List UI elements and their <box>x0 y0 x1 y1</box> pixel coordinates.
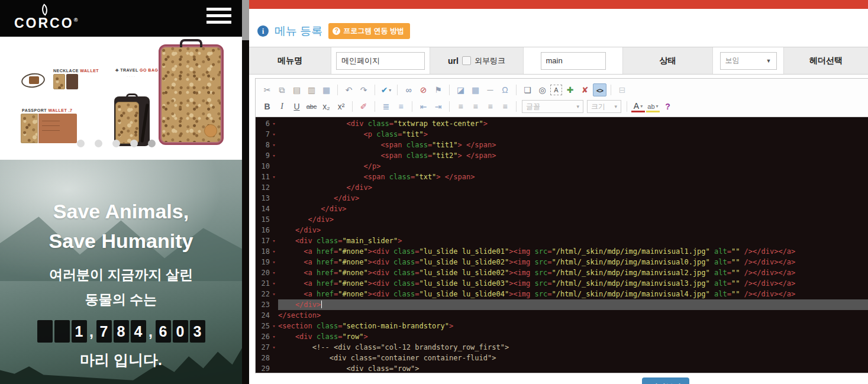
fold-arrow-icon[interactable]: ▾ <box>270 129 278 140</box>
outdent-icon[interactable]: ⇤ <box>417 100 430 113</box>
maximize-icon[interactable]: ❏ <box>521 83 534 96</box>
slider-dot[interactable] <box>77 140 85 147</box>
code-line-20[interactable]: 20▾ <a href="#none"><div class="lu_slide… <box>256 267 868 278</box>
paste-word-icon[interactable]: ▦ <box>320 83 333 96</box>
bold-icon[interactable]: B <box>260 100 274 113</box>
fold-arrow-icon[interactable]: ▾ <box>270 172 278 182</box>
indent-icon[interactable]: ⇥ <box>431 100 445 113</box>
slider-dot[interactable] <box>95 140 102 147</box>
code-line-9[interactable]: 9▾ <span class="tit2"> </span> <box>256 150 868 161</box>
italic-icon[interactable]: I <box>275 100 289 113</box>
remove-comment-icon[interactable]: ✘ <box>578 83 592 96</box>
image-icon[interactable]: ◪ <box>454 83 467 96</box>
strikethrough-icon[interactable]: abc <box>305 100 318 113</box>
code-line-7[interactable]: 7▾ <p class="tit"> <box>256 129 868 140</box>
code-line-27[interactable]: 27▾ <!-- <div class="col-12 brandstory_r… <box>256 342 868 353</box>
align-left-icon[interactable]: ≡ <box>454 100 467 113</box>
code-line-21[interactable]: 21▾ <a href="#none"><div class="lu_slide… <box>256 278 868 289</box>
align-right-icon[interactable]: ≡ <box>483 100 497 113</box>
code-line-22[interactable]: 22▾ <a href="#none"><div class="lu_slide… <box>256 289 868 299</box>
table-icon[interactable]: ▦ <box>469 83 482 96</box>
code-line-11[interactable]: 11▾ <span class="txt"> </span> <box>256 172 868 182</box>
align-justify-icon[interactable]: ≡ <box>498 100 512 113</box>
slider-dot[interactable] <box>112 140 120 147</box>
program-link-help-button[interactable]: ? 프로그램 연동 방법 <box>328 23 410 39</box>
text-cursor <box>321 301 322 308</box>
undo-icon[interactable]: ↶ <box>342 83 356 96</box>
superscript-icon[interactable]: x² <box>334 100 348 113</box>
spellcheck-icon[interactable]: ✔ <box>379 83 393 96</box>
special-char-icon[interactable]: Ω <box>498 83 512 96</box>
code-line-24[interactable]: 24</section> <box>256 310 868 321</box>
size-dropdown[interactable]: 크기▾ <box>587 100 621 113</box>
redo-icon[interactable]: ↷ <box>357 83 370 96</box>
code-line-28[interactable]: 28 <div class="container container-fluid… <box>256 353 868 363</box>
align-center-icon[interactable]: ≡ <box>469 100 482 113</box>
fold-arrow-icon[interactable]: ▾ <box>270 278 278 289</box>
code-line-16[interactable]: 16 </div> <box>256 225 868 235</box>
font-dropdown[interactable]: 글꼴▾ <box>522 100 583 113</box>
fold-arrow-icon[interactable]: ▾ <box>270 140 278 150</box>
fold-arrow-icon[interactable]: ▾ <box>270 150 278 161</box>
corco-logo[interactable]: CORCO® <box>14 2 85 34</box>
slider-dot[interactable] <box>130 140 138 147</box>
code-line-10[interactable]: 10 </p> <box>256 161 868 172</box>
copy-icon[interactable]: ⧉ <box>275 83 289 96</box>
code-line-25[interactable]: 25▾<section class="section-main-brandsto… <box>256 321 868 331</box>
fold-arrow-icon[interactable]: ▾ <box>270 321 278 331</box>
fold-arrow-icon[interactable]: ▾ <box>270 342 278 353</box>
code-line-29[interactable]: 29 <div class="row"> <box>256 363 868 373</box>
slider-dot[interactable] <box>148 140 156 147</box>
about-icon[interactable]: ? <box>661 100 675 113</box>
insert-comment-icon[interactable]: ✚ <box>563 83 577 96</box>
url-input[interactable] <box>541 52 606 70</box>
fold-arrow-icon[interactable]: ▾ <box>270 289 278 299</box>
code-line-23[interactable]: 23 </div> <box>256 299 868 310</box>
horizontal-line-icon[interactable]: ─ <box>483 83 497 96</box>
code-line-17[interactable]: 17▾ <div class="main_slider"> <box>256 235 868 246</box>
code-line-8[interactable]: 8▾ <span class="tit1"> </span> <box>256 140 868 150</box>
code-line-18[interactable]: 18▾ <a href="#none"><div class="lu_slide… <box>256 246 868 257</box>
travel-go-bag-label: ♣ TRAVEL GO BAG <box>115 67 158 73</box>
code-line-12[interactable]: 12 </div> <box>256 182 868 193</box>
code-line-19[interactable]: 19▾ <a href="#none"><div class="lu_slide… <box>256 257 868 267</box>
paste-text-icon[interactable]: ▥ <box>305 83 318 96</box>
fold-arrow-icon[interactable]: ▾ <box>270 331 278 342</box>
find-icon[interactable]: ◎ <box>535 83 549 96</box>
subscript-icon[interactable]: x₂ <box>320 100 333 113</box>
remove-format-icon[interactable]: ✐ <box>357 100 370 113</box>
numbered-list-icon[interactable]: ≣ <box>379 100 393 113</box>
scrollbar-thumb[interactable] <box>242 0 249 40</box>
code-line-26[interactable]: 26▾ <div class="row"> <box>256 331 868 342</box>
source-button[interactable]: <> <box>593 83 606 96</box>
print-icon[interactable]: ⊟ <box>615 83 629 96</box>
preview-scrollbar[interactable] <box>242 0 249 384</box>
fold-arrow-icon[interactable]: ▾ <box>270 246 278 257</box>
cut-icon[interactable]: ✂ <box>260 83 274 96</box>
toolbar-separator <box>449 101 450 112</box>
paste-icon[interactable]: ▤ <box>290 83 304 96</box>
product-slider[interactable]: NECKLACE WALLET PASSPORT WALLET .7 ♣ TRA… <box>0 37 242 160</box>
select-all-icon[interactable]: A <box>550 85 562 95</box>
code-area[interactable]: 6▾ <div class="txtwrap text-center">7▾ <… <box>256 117 868 373</box>
link-icon[interactable]: ∞ <box>402 83 415 96</box>
anchor-icon[interactable]: ⚑ <box>431 83 445 96</box>
fold-arrow-icon[interactable]: ▾ <box>270 235 278 246</box>
bullet-list-icon[interactable]: ≡ <box>394 100 408 113</box>
menu-icon[interactable] <box>206 8 231 29</box>
code-line-15[interactable]: 15 </div> <box>256 214 868 225</box>
underline-icon[interactable]: U <box>290 100 304 113</box>
code-line-13[interactable]: 13 </div> <box>256 193 868 204</box>
text-color-icon[interactable]: A <box>631 101 645 112</box>
highlight-color-icon[interactable]: ab <box>646 101 660 112</box>
external-link-checkbox[interactable] <box>462 56 471 65</box>
fold-arrow-icon[interactable]: ▾ <box>270 267 278 278</box>
preview-button[interactable]: 미리보기 <box>642 377 689 384</box>
menu-name-input[interactable] <box>336 52 425 70</box>
code-line-6[interactable]: 6▾ <div class="txtwrap text-center"> <box>256 118 868 129</box>
unlink-icon[interactable]: ⊘ <box>417 83 430 96</box>
fold-arrow-icon[interactable]: ▾ <box>270 118 278 129</box>
code-line-14[interactable]: 14 </div> <box>256 204 868 214</box>
fold-arrow-icon[interactable]: ▾ <box>270 257 278 267</box>
status-select[interactable]: 보임 ▼ <box>720 52 777 70</box>
